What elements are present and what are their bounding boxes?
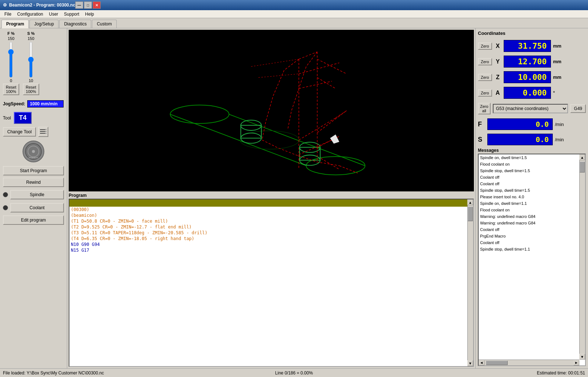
msg-13: Coolant off — [479, 239, 579, 246]
messages-hscrollbar[interactable]: ◄ ► — [479, 360, 579, 365]
program-line-2: (T1 D=50.8 CR=0 - ZMIN=0 - face mill) — [69, 218, 467, 224]
left-panel: F % 150 0 Reset100% S % 150 10 Reset100%… — [0, 28, 67, 368]
zero-x-button[interactable]: Zero — [478, 42, 492, 50]
z-coord-row: Zero Z 10.000 mm — [478, 71, 586, 83]
program-content: (00300) (beamicon) (T1 D=50.8 CR=0 - ZMI… — [69, 199, 467, 366]
titlebar-title: Beamicon2 - Program: 00300.nc — [9, 3, 75, 8]
minimize-button[interactable]: — — [75, 1, 83, 9]
program-line-3: (T2 D=9.525 CR=0 - ZMIN=-12.7 - flat end… — [69, 224, 467, 230]
z-unit: mm — [553, 74, 561, 80]
zero-z-button[interactable]: Zero — [478, 74, 492, 81]
menu-support[interactable]: Support — [61, 11, 82, 17]
s-rate-row: S 0.0 /min — [478, 134, 586, 145]
msg-hscroll-thumb[interactable] — [486, 361, 508, 365]
change-tool-button[interactable]: Change Tool — [3, 127, 36, 137]
svg-rect-5 — [45, 133, 47, 134]
s-rate-value: 0.0 — [487, 134, 553, 145]
scrollbar-thumb[interactable] — [468, 207, 473, 221]
tab-program[interactable]: Program — [1, 20, 29, 28]
reset-f-button[interactable]: Reset100% — [3, 84, 19, 95]
messages-content: Spindle on, dwell time=1.5 Flood coolant… — [479, 154, 579, 365]
a-coord-value: 0.000 — [504, 87, 551, 99]
jog-speed-row: JogSpeed: 1000 mm/min — [3, 100, 64, 108]
maximize-button[interactable]: □ — [84, 1, 92, 9]
msg-3: Coolant off — [479, 174, 579, 181]
x-unit: mm — [553, 43, 561, 49]
program-line-6: N10 G90 G94 — [69, 242, 467, 247]
s-bottom-val: 10 — [29, 78, 33, 83]
msg-2: Spindle stop, dwell time=1.5 — [479, 167, 579, 174]
main-content: F % 150 0 Reset100% S % 150 10 Reset100%… — [0, 28, 588, 368]
a-coord-row: Zero A 0.000 ° — [478, 87, 586, 99]
menu-help[interactable]: Help — [82, 11, 97, 17]
zero-a-button[interactable]: Zero — [478, 89, 492, 97]
x-coord-row: Zero X 31.750 mm — [478, 40, 586, 52]
y-coord-value: 12.700 — [504, 56, 551, 68]
spindle-row: Spindle — [3, 190, 64, 199]
spindle-button[interactable]: Spindle — [10, 190, 64, 199]
svg-text:beamicon: beamicon — [29, 157, 38, 159]
a-unit: ° — [553, 90, 555, 96]
msg-hscroll-right[interactable]: ► — [573, 360, 579, 365]
tab-jog-setup[interactable]: Jog/Setup — [29, 20, 59, 28]
msg-scroll-thumb[interactable] — [580, 162, 585, 173]
menu-file[interactable]: File — [1, 11, 14, 17]
coord-system-select[interactable]: G53 (machine coordinates) G54 G55 G56 — [493, 104, 568, 113]
zero-y-button[interactable]: Zero — [478, 58, 492, 65]
center-area: Program (00300) (beamicon) (T1 D=50.8 CR… — [67, 28, 475, 368]
x-axis-label: X — [494, 43, 502, 49]
g49-button[interactable]: G49 — [570, 104, 586, 113]
coolant-row: Coolant — [3, 203, 64, 212]
coolant-button[interactable]: Coolant — [10, 203, 64, 212]
y-unit: mm — [553, 59, 561, 64]
zero-all-button[interactable]: Zeroall — [478, 103, 491, 114]
msg-9: Warning: undefined macro G84 — [479, 213, 579, 220]
start-program-button[interactable]: Start Program — [3, 166, 64, 175]
messages-label: Messages — [478, 148, 586, 153]
menu-user[interactable]: User — [46, 11, 61, 17]
close-button[interactable]: ✕ — [93, 1, 101, 9]
f-slider[interactable] — [7, 41, 15, 78]
statusbar: File loaded: Y:\Box Sync\My Customer NC\… — [0, 368, 588, 377]
s-slider[interactable] — [27, 41, 35, 78]
msg-5: Spindle stop, dwell time=1.5 — [479, 187, 579, 194]
msg-hscroll-left[interactable]: ◄ — [479, 360, 484, 365]
tab-diagnostics[interactable]: Diagnostics — [59, 20, 91, 28]
tool-list-button[interactable] — [38, 127, 48, 137]
edit-program-button[interactable]: Edit program — [3, 215, 64, 225]
messages-section: Messages Spindle on, dwell time=1.5 Floo… — [478, 148, 586, 366]
menu-configuration[interactable]: Configuration — [14, 11, 46, 17]
msg-8: Flood coolant on — [479, 207, 579, 213]
reset-s-button[interactable]: Reset100% — [23, 84, 39, 95]
program-scrollbar[interactable]: ▲ ▼ — [467, 199, 473, 366]
f-rate-row: F 0.0 /min — [478, 118, 586, 130]
program-line-0: (00300) — [69, 207, 467, 212]
messages-vscrollbar[interactable]: ▲ ▼ — [579, 154, 585, 360]
msg-4: Coolant off — [479, 181, 579, 187]
msg-scroll-up[interactable]: ▲ — [579, 154, 585, 160]
spindle-status-dot — [3, 192, 8, 197]
s-top-val: 150 — [28, 36, 34, 41]
f-percent-label: F % — [8, 31, 15, 36]
msg-scroll-down[interactable]: ▼ — [579, 354, 585, 360]
scrollbar-up-arrow[interactable]: ▲ — [467, 199, 473, 205]
s-rate-label: S — [478, 136, 485, 143]
tab-custom[interactable]: Custom — [92, 20, 116, 28]
x-coord-value: 31.750 — [504, 40, 551, 52]
jog-speed-value[interactable]: 1000 mm/min — [27, 100, 64, 108]
f-rate-label: F — [478, 121, 485, 128]
f-slider-col: F % 150 0 Reset100% — [3, 31, 19, 95]
speed-sliders: F % 150 0 Reset100% S % 150 10 Reset100% — [3, 31, 64, 95]
menubar: File Configuration User Support Help — [0, 10, 588, 18]
tool-row: Tool T4 — [3, 112, 64, 124]
msg-0: Spindle on, dwell time=1.5 — [479, 154, 579, 161]
rewind-button[interactable]: Rewind — [3, 178, 64, 187]
program-line-7: N15 G17 — [69, 247, 467, 253]
scrollbar-down-arrow[interactable]: ▼ — [467, 360, 473, 366]
3d-viewport — [69, 30, 474, 191]
statusbar-file: File loaded: Y:\Box Sync\My Customer NC\… — [3, 370, 187, 376]
svg-point-8 — [32, 150, 35, 153]
coolant-status-dot — [3, 205, 8, 210]
program-editor[interactable]: (00300) (beamicon) (T1 D=50.8 CR=0 - ZMI… — [69, 199, 474, 367]
statusbar-line: Line 0/186 = 0.00% — [202, 370, 386, 376]
